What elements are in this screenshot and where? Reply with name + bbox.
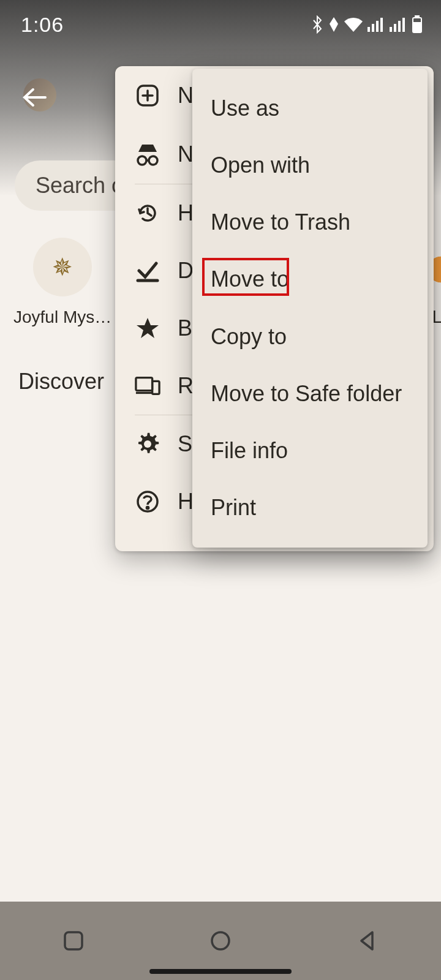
bluetooth-icon xyxy=(310,15,325,34)
tile-label: Joyful Myst… xyxy=(13,307,113,327)
context-item-move-to-trash[interactable]: Move to Trash xyxy=(192,196,428,249)
context-menu: Use as Open with Move to Trash Move to C… xyxy=(192,69,428,548)
svg-rect-7 xyxy=(402,18,405,32)
svg-rect-3 xyxy=(380,18,383,32)
status-bar: 1:06 xyxy=(0,0,441,49)
context-item-safe-folder[interactable]: Move to Safe folder xyxy=(192,368,428,420)
diamond-icon xyxy=(328,17,339,32)
menu-label: H xyxy=(178,200,194,226)
svg-rect-15 xyxy=(153,381,159,394)
svg-rect-14 xyxy=(136,378,153,391)
screen: 1:06 S xyxy=(0,0,441,980)
back-arrow-icon[interactable] xyxy=(21,87,48,108)
emblem-icon: ✵ xyxy=(52,253,73,281)
menu-label: D xyxy=(178,258,194,284)
svg-point-12 xyxy=(138,156,146,165)
svg-point-16 xyxy=(144,440,151,448)
quick-link-tile[interactable]: ✵ Joyful Myst… xyxy=(32,238,93,327)
svg-rect-10 xyxy=(414,23,420,31)
incognito-icon xyxy=(135,142,160,167)
status-icons xyxy=(310,15,423,34)
done-icon xyxy=(135,258,160,283)
svg-rect-6 xyxy=(398,21,401,32)
svg-point-20 xyxy=(212,932,229,949)
help-icon xyxy=(135,489,160,514)
svg-rect-5 xyxy=(394,24,396,32)
star-icon xyxy=(135,316,160,341)
menu-label: R xyxy=(178,373,194,399)
menu-label: N xyxy=(178,141,194,167)
svg-rect-4 xyxy=(390,27,392,32)
svg-rect-2 xyxy=(376,21,379,32)
gear-icon xyxy=(135,432,160,456)
context-item-open-with[interactable]: Open with xyxy=(192,139,428,192)
svg-rect-9 xyxy=(415,16,419,18)
svg-rect-0 xyxy=(368,27,370,32)
wifi-icon xyxy=(343,17,364,32)
context-item-file-info[interactable]: File info xyxy=(192,424,428,477)
plus-square-icon xyxy=(135,83,160,108)
devices-icon xyxy=(135,375,160,397)
highlight-box xyxy=(202,258,289,296)
menu-label: H xyxy=(178,489,194,514)
svg-rect-1 xyxy=(372,24,374,32)
home-button[interactable] xyxy=(206,926,235,956)
signal-icon xyxy=(368,17,386,32)
history-icon xyxy=(135,201,160,225)
system-nav-bar xyxy=(0,902,441,980)
signal2-icon xyxy=(390,17,408,32)
menu-label: S xyxy=(178,431,192,457)
back-button[interactable] xyxy=(353,926,382,956)
svg-point-13 xyxy=(149,156,157,165)
menu-label: B xyxy=(178,315,192,341)
discover-heading: Discover xyxy=(18,369,104,394)
battery-icon xyxy=(412,15,423,34)
recent-apps-button[interactable] xyxy=(59,926,88,956)
gesture-pill xyxy=(149,969,292,974)
clock: 1:06 xyxy=(21,13,64,37)
menu-label: N xyxy=(178,83,194,108)
tile-circle: ✵ xyxy=(33,238,92,296)
svg-rect-19 xyxy=(65,932,82,949)
context-item-print[interactable]: Print xyxy=(192,481,428,534)
context-item-copy-to[interactable]: Copy to xyxy=(192,311,428,363)
context-item-use-as[interactable]: Use as xyxy=(192,82,428,135)
profile-avatar[interactable] xyxy=(23,78,59,114)
svg-point-18 xyxy=(146,507,148,508)
